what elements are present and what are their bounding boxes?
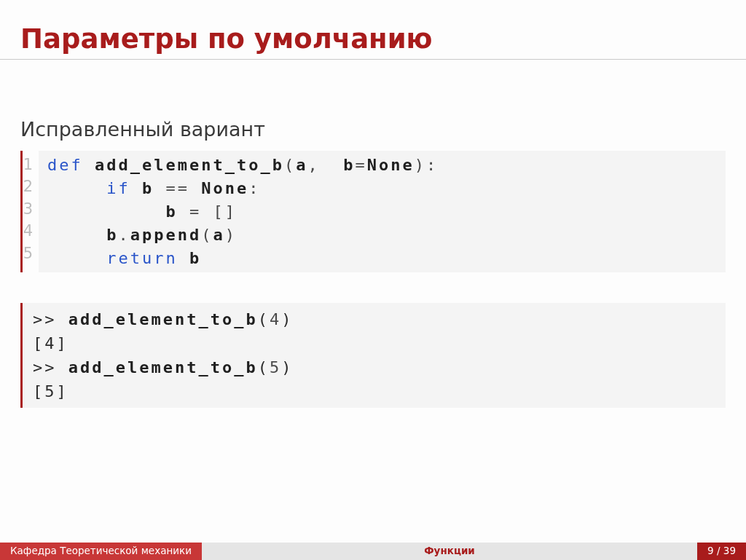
fn-call: add_element_to_b	[68, 310, 258, 328]
var-b: b	[106, 226, 118, 244]
close-paren: )	[415, 156, 426, 174]
code-block: 1 2 3 4 5 def add_element_to_b(a, b=None…	[20, 151, 726, 272]
line-num: 2	[23, 178, 33, 195]
line-num: 3	[23, 200, 33, 218]
line-num: 4	[23, 222, 33, 240]
line-numbers: 1 2 3 4 5	[23, 151, 39, 272]
indent	[47, 179, 106, 197]
var-a: a	[213, 226, 224, 244]
var-b: b	[189, 249, 201, 267]
open-paren: (	[284, 156, 296, 174]
brackets: []	[213, 202, 237, 221]
open-paren: (	[258, 310, 270, 328]
subtitle: Исправленный вариант	[20, 118, 726, 141]
code-lines: def add_element_to_b(a, b=None): if b ==…	[39, 151, 445, 272]
slide: Параметры по умолчанию Исправленный вари…	[0, 0, 746, 560]
close-paren: )	[225, 226, 237, 244]
kw-if: if	[106, 179, 130, 197]
line-num: 5	[23, 245, 33, 262]
var-b: b	[343, 156, 355, 174]
fn-call: add_element_to_b	[68, 358, 258, 376]
fn-name: add_element_to_b	[95, 156, 284, 174]
output-line: [5]	[33, 382, 68, 401]
kw-none: None	[367, 156, 415, 174]
kw-none: None	[201, 179, 248, 197]
var-b: b	[142, 179, 154, 197]
prompt: >>	[33, 358, 68, 376]
eq-sign: =	[355, 156, 366, 174]
number-arg: 5	[270, 358, 281, 376]
method-append: append	[130, 226, 201, 244]
content-area: Исправленный вариант 1 2 3 4 5 def add_e…	[0, 60, 746, 543]
close-paren: )	[281, 358, 293, 376]
number-arg: 4	[270, 310, 281, 328]
footer-mid: Функции	[202, 543, 697, 560]
colon: :	[248, 179, 260, 197]
kw-def: def	[47, 156, 83, 174]
indent	[47, 226, 106, 244]
var-b: b	[165, 202, 177, 221]
eqeq: ==	[165, 179, 189, 197]
comma: ,	[307, 156, 319, 174]
prompt: >>	[33, 310, 68, 328]
open-paren: (	[201, 226, 213, 244]
var-a: a	[296, 156, 307, 174]
indent	[47, 249, 106, 267]
colon: :	[426, 156, 438, 174]
slide-title: Параметры по умолчанию	[0, 0, 746, 60]
output-block: >> add_element_to_b(4) [4] >> add_elemen…	[20, 303, 726, 408]
footer: Кафедра Теоретической механики Функции 9…	[0, 543, 746, 560]
footer-left: Кафедра Теоретической механики	[0, 543, 202, 560]
output-line: [4]	[33, 334, 68, 352]
eq-sign: =	[189, 202, 201, 221]
dot: .	[118, 226, 130, 244]
indent	[47, 202, 165, 221]
line-num: 1	[23, 156, 33, 173]
footer-right: 9 / 39	[697, 543, 746, 560]
open-paren: (	[258, 358, 270, 376]
kw-return: return	[106, 249, 177, 267]
close-paren: )	[281, 310, 293, 328]
